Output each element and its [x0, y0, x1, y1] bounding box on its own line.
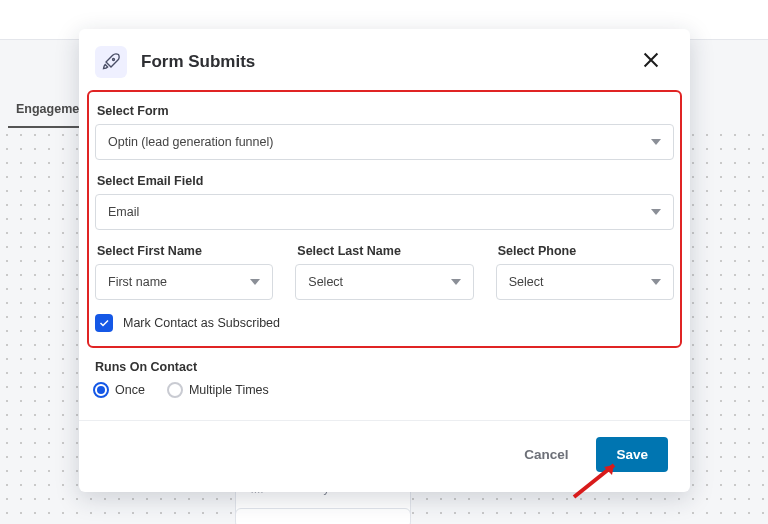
modal-header: Form Submits	[79, 29, 690, 90]
radio-multiple[interactable]: Multiple Times	[167, 382, 269, 398]
phone-label: Select Phone	[498, 244, 674, 258]
radio-once[interactable]: Once	[93, 382, 145, 398]
radio-dot-once	[93, 382, 109, 398]
runs-on-section: Runs On Contact Once Multiple Times	[79, 348, 690, 402]
subscribed-checkbox[interactable]	[95, 314, 113, 332]
runs-on-radios: Once Multiple Times	[93, 382, 676, 398]
first-name-dropdown[interactable]: First name	[95, 264, 273, 300]
form-submits-modal: Form Submits Select Form Optin (lead gen…	[79, 29, 690, 492]
modal-title: Form Submits	[141, 52, 622, 72]
radio-dot-multiple	[167, 382, 183, 398]
select-email-group: Select Email Field Email	[95, 174, 674, 230]
first-name-value: First name	[108, 275, 167, 289]
first-name-group: Select First Name First name	[95, 244, 273, 300]
name-phone-row: Select First Name First name Select Last…	[95, 244, 674, 300]
last-name-group: Select Last Name Select	[295, 244, 473, 300]
subscribed-checkbox-row[interactable]: Mark Contact as Subscribed	[95, 314, 674, 332]
highlighted-config-area: Select Form Optin (lead generation funne…	[87, 90, 682, 348]
check-icon	[98, 317, 110, 329]
rocket-icon	[95, 46, 127, 78]
last-name-dropdown[interactable]: Select	[295, 264, 473, 300]
close-button[interactable]	[636, 45, 666, 78]
chevron-down-icon	[651, 279, 661, 285]
select-email-label: Select Email Field	[97, 174, 674, 188]
chevron-down-icon	[651, 139, 661, 145]
phone-dropdown[interactable]: Select	[496, 264, 674, 300]
select-form-value: Optin (lead generation funnel)	[108, 135, 273, 149]
runs-on-label: Runs On Contact	[95, 360, 676, 374]
radio-multiple-label: Multiple Times	[189, 383, 269, 397]
modal-footer: Cancel Save	[79, 421, 690, 492]
chevron-down-icon	[451, 279, 461, 285]
select-form-dropdown[interactable]: Optin (lead generation funnel)	[95, 124, 674, 160]
phone-value: Select	[509, 275, 544, 289]
select-form-group: Select Form Optin (lead generation funne…	[95, 104, 674, 160]
cancel-button[interactable]: Cancel	[518, 439, 574, 470]
phone-group: Select Phone Select	[496, 244, 674, 300]
radio-once-label: Once	[115, 383, 145, 397]
subscribed-checkbox-label: Mark Contact as Subscribed	[123, 316, 280, 330]
chevron-down-icon	[651, 209, 661, 215]
background-widget-2	[235, 508, 411, 524]
chevron-down-icon	[250, 279, 260, 285]
close-icon	[640, 49, 662, 71]
select-email-dropdown[interactable]: Email	[95, 194, 674, 230]
select-form-label: Select Form	[97, 104, 674, 118]
last-name-value: Select	[308, 275, 343, 289]
first-name-label: Select First Name	[97, 244, 273, 258]
last-name-label: Select Last Name	[297, 244, 473, 258]
select-email-value: Email	[108, 205, 139, 219]
save-button[interactable]: Save	[596, 437, 668, 472]
svg-point-0	[113, 58, 115, 60]
